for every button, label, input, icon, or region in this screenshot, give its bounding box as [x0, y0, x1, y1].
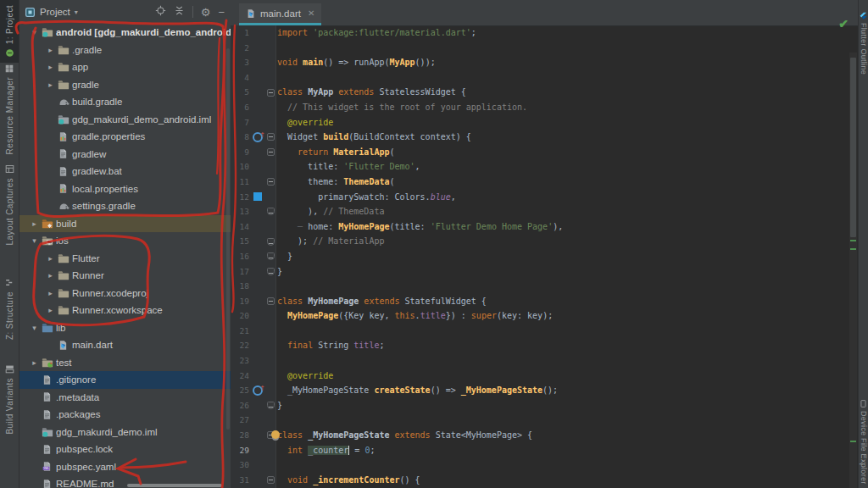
toolwindow-button-build-variants[interactable]: Build Variants	[0, 364, 19, 435]
code-line-5[interactable]: 5class MyApp extends StatelessWidget {	[231, 85, 859, 100]
tree-item-pubspec-lock[interactable]: pubspec.lock	[19, 441, 231, 458]
code-line-30[interactable]: 30	[231, 458, 859, 473]
toolwindow-button-resource-manager[interactable]: Resource Manager	[0, 64, 19, 154]
tree-item-gitignore[interactable]: .gitignore	[19, 371, 231, 389]
project-panel-title[interactable]: Project	[40, 7, 70, 17]
code-line-8[interactable]: 8 Widget build(BuildContext context) {	[231, 130, 859, 145]
locate-icon[interactable]	[155, 4, 166, 19]
overriding-method-icon[interactable]	[253, 132, 263, 142]
code-line-14[interactable]: 14 ─ home: MyHomePage(title: 'Flutter De…	[231, 219, 859, 235]
project-tree-horizontal-scrollbar[interactable]	[127, 484, 222, 487]
chevron-down-icon[interactable]: ▾	[75, 8, 78, 16]
code-line-19[interactable]: 19class MyHomePage extends StatefulWidge…	[231, 294, 859, 309]
expand-arrow-icon[interactable]: ▸	[43, 80, 58, 89]
fold-end-marker[interactable]	[267, 208, 275, 215]
fold-start-marker[interactable]	[267, 89, 275, 97]
code-line-6[interactable]: 6 // This widget is the root of your app…	[231, 100, 859, 115]
tree-item-gradlew[interactable]: gradlew	[19, 146, 231, 164]
expand-arrow-icon[interactable]: ▸	[27, 219, 42, 228]
expand-arrow-icon[interactable]: ▸	[43, 289, 58, 297]
expand-arrow-icon[interactable]: ▸	[43, 46, 58, 54]
code-line-28[interactable]: 28class _MyHomePageState extends State<M…	[231, 428, 859, 443]
toolwindow-button-project[interactable]: 1: Project	[0, 0, 19, 63]
expand-arrow-icon[interactable]: ▸	[43, 271, 58, 280]
tree-item-runner-xcodeproj[interactable]: ▸Runner.xcodeproj	[19, 285, 231, 302]
collapse-arrow-icon[interactable]: ▾	[27, 324, 42, 332]
inspection-ok-icon[interactable]: ✔	[838, 17, 849, 30]
expand-arrow-icon[interactable]: ▸	[43, 254, 58, 263]
code-line-20[interactable]: 20 MyHomePage({Key key, this.title}) : s…	[231, 308, 859, 324]
code-line-10[interactable]: 10 title: 'Flutter Demo',	[231, 159, 859, 175]
code-line-16[interactable]: 16 }	[231, 249, 859, 264]
code-line-13[interactable]: 13 ), // ThemeData	[231, 204, 859, 219]
tree-item-metadata[interactable]: .metadata	[19, 389, 231, 407]
fold-end-marker[interactable]	[267, 238, 275, 246]
code-line-21[interactable]: 21	[231, 324, 859, 339]
fold-start-marker[interactable]	[267, 148, 275, 156]
tree-item-gradle-properties[interactable]: gradle.properties	[19, 128, 231, 146]
code-line-2[interactable]: 2	[231, 41, 859, 56]
code-line-11[interactable]: 11 theme: ThemeData(	[231, 175, 859, 190]
code-line-4[interactable]: 4	[231, 70, 859, 86]
fold-end-marker[interactable]	[267, 252, 275, 260]
tree-item-gradle[interactable]: ▸.gradle	[19, 42, 231, 59]
collapse-all-icon[interactable]	[174, 4, 185, 19]
toolwindow-button-layout-captures[interactable]: Layout Captures	[0, 164, 19, 245]
tree-item-build-gradle[interactable]: build.gradle	[19, 93, 231, 111]
code-line-26[interactable]: 26}	[231, 398, 859, 413]
expand-arrow-icon[interactable]: ▸	[43, 306, 58, 314]
toolwindow-button-structure[interactable]: Z: Structure	[0, 278, 19, 340]
tree-item-settings-gradle[interactable]: settings.gradle	[19, 197, 231, 215]
code-line-17[interactable]: 17}	[231, 264, 859, 280]
tab-close-icon[interactable]: ✕	[308, 8, 314, 18]
code-line-29[interactable]: 29 int _counter = 0;	[231, 443, 859, 458]
fold-end-marker[interactable]	[267, 402, 275, 409]
code-line-22[interactable]: 22 final String title;	[231, 338, 859, 353]
tree-item-main-dart[interactable]: main.dart	[19, 336, 231, 354]
tree-item-gradlew-bat[interactable]: gradlew.bat	[19, 163, 231, 180]
tree-item-lib[interactable]: ▾lib	[19, 319, 231, 337]
tree-item-ios[interactable]: ▾ios	[19, 232, 231, 250]
code-line-23[interactable]: 23	[231, 353, 859, 369]
color-preview-swatch[interactable]	[253, 192, 262, 201]
tree-item-app[interactable]: ▸app	[19, 58, 231, 76]
tree-item-gdg-makurdi-demo-android-iml[interactable]: gdg_makurdi_demo_android.iml	[19, 111, 231, 129]
tree-item-android[interactable]: ▾android [gdg_makurdi_demo_android]	[19, 24, 231, 42]
code-line-25[interactable]: 25 _MyHomePageState createState() => _My…	[231, 383, 859, 398]
tree-item-pubspec-yaml[interactable]: YMLpubspec.yaml	[19, 458, 231, 476]
fold-end-marker[interactable]	[267, 268, 275, 275]
toolwindow-button-flutter-outline[interactable]: Flutter Outline	[859, 12, 868, 75]
intention-lightbulb-icon[interactable]	[271, 430, 280, 439]
fold-start-marker[interactable]	[267, 476, 275, 484]
tree-item-packages[interactable]: .packages	[19, 406, 231, 424]
code-editor[interactable]: 1import 'package:flutter/material.dart';…	[231, 25, 859, 488]
tree-item-flutter[interactable]: ▸Flutter	[19, 250, 231, 268]
fold-start-marker[interactable]	[267, 178, 275, 186]
tree-item-runner[interactable]: ▸Runner	[19, 267, 231, 285]
tab-main-dart[interactable]: main.dart ✕	[239, 3, 321, 25]
tree-item-runner-xcworkspace[interactable]: ▸Runner.xcworkspace	[19, 302, 231, 319]
code-line-27[interactable]: 27	[231, 413, 859, 428]
fold-start-marker[interactable]	[267, 133, 275, 141]
code-line-7[interactable]: 7 @override	[231, 115, 859, 130]
code-line-9[interactable]: 9 return MaterialApp(	[231, 145, 859, 160]
code-line-3[interactable]: 3void main() => runApp(MyApp());	[231, 55, 859, 70]
settings-gear-icon[interactable]: ⚙	[201, 7, 211, 18]
expand-arrow-icon[interactable]: ▸	[27, 358, 42, 367]
tree-item-gdg-makurdi-demo-iml[interactable]: gdg_makurdi_demo.iml	[19, 424, 231, 441]
tree-item-build[interactable]: ▸build	[19, 215, 231, 233]
code-line-18[interactable]: 18	[231, 279, 859, 294]
code-line-1[interactable]: 1import 'package:flutter/material.dart';	[231, 25, 859, 41]
expand-arrow-icon[interactable]: ▸	[43, 63, 58, 71]
tree-item-local-properties[interactable]: local.properties	[19, 180, 231, 198]
collapse-arrow-icon[interactable]: ▾	[27, 236, 42, 245]
code-line-15[interactable]: 15 ); // MaterialApp	[231, 234, 859, 249]
collapse-arrow-icon[interactable]: ▾	[27, 28, 42, 36]
project-tree-vertical-scrollbar[interactable]	[226, 48, 230, 430]
toolwindow-button-device-file-explorer[interactable]: Device File Explorer	[859, 400, 868, 485]
tree-item-test[interactable]: ▸test	[19, 354, 231, 372]
code-line-24[interactable]: 24 @override	[231, 369, 859, 384]
fold-start-marker[interactable]	[267, 297, 275, 305]
tree-item-gradle[interactable]: ▸gradle	[19, 76, 231, 94]
hide-panel-icon[interactable]: −	[218, 7, 225, 18]
